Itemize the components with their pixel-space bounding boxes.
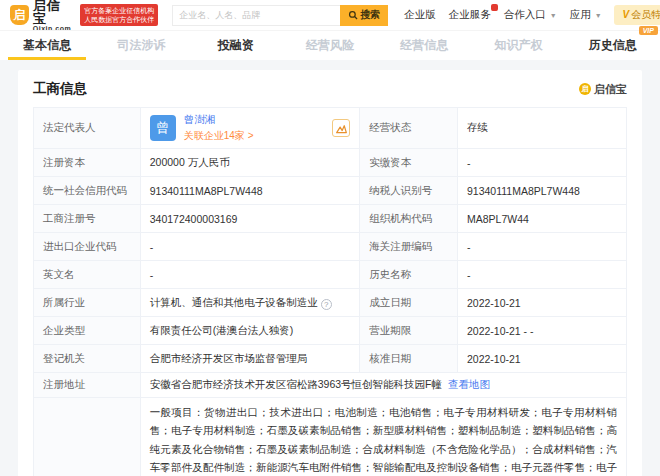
search-icon xyxy=(348,10,358,20)
operating-status-value: 存续 xyxy=(457,108,626,149)
search-button-label: 搜索 xyxy=(360,8,380,22)
english-name-value: - xyxy=(140,261,359,289)
credit-code-value: 91340111MA8PL7W448 xyxy=(140,177,359,205)
vip-privileges-label: 会员特权 xyxy=(631,9,660,20)
table-row: 英文名 - 历史名称 - xyxy=(34,261,627,289)
customs-code-label: 海关注册编码 xyxy=(360,233,458,261)
english-name-label: 英文名 xyxy=(34,261,141,289)
section-tabs: 基本信息 司法涉诉 投融资 经营风险 经营信息 知识产权 历史信息 VIP xyxy=(0,30,660,60)
business-registration-table: 法定代表人 曾 曾澍湘 关联企业14家 > xyxy=(33,107,627,476)
company-type-label: 企业类型 xyxy=(34,317,141,345)
establish-date-label: 成立日期 xyxy=(360,289,458,317)
registration-number-label: 工商注册号 xyxy=(34,205,141,233)
business-scope-value: 一般项目：货物进出口；技术进出口；电池制造；电池销售；电子专用材料研发；电子专用… xyxy=(150,403,617,476)
nav-enterprise-services-label: 企业服务 xyxy=(449,8,491,20)
nav-enterprise-services[interactable]: 企业服务 xyxy=(449,8,491,22)
watermark-text: 启信宝 xyxy=(594,82,627,97)
nav-apps-label: 应用 xyxy=(570,8,591,20)
table-row-legal-rep: 法定代表人 曾 曾澍湘 关联企业14家 > xyxy=(34,108,627,149)
business-scope-label: 经营范围 xyxy=(34,398,141,476)
question-circle-icon[interactable]: ? xyxy=(321,299,332,310)
operating-status-label: 经营状态 xyxy=(360,108,458,149)
credit-code-label: 统一社会信用代码 xyxy=(34,177,141,205)
logo-name: 启信宝 xyxy=(33,0,73,25)
business-term-label: 营业期限 xyxy=(360,317,458,345)
watermark-shield-icon: 启 xyxy=(579,83,591,95)
official-certification-badge: 官方备案企业征信机构 人民数据官方合作伙伴 xyxy=(80,4,158,26)
registered-capital-value: 200000 万人民币 xyxy=(140,149,359,177)
legal-rep-label: 法定代表人 xyxy=(34,108,141,149)
gov-badge-line2: 人民数据官方合作伙伴 xyxy=(84,15,154,24)
table-row: 统一社会信用代码 91340111MA8PL7W448 纳税人识别号 91340… xyxy=(34,177,627,205)
import-export-code-value: - xyxy=(140,233,359,261)
main-content: 工商信息 启 启信宝 法定代表人 曾 曾澍湘 关联企业14家 > xyxy=(0,60,660,476)
paid-in-capital-value: - xyxy=(457,149,626,177)
taxpayer-id-label: 纳税人识别号 xyxy=(360,177,458,205)
table-row: 工商注册号 340172400003169 组织机构代码 MA8PL7W44 xyxy=(34,205,627,233)
industry-value: 计算机、通信和其他电子设备制造业 xyxy=(150,296,318,308)
new-badge-icon xyxy=(491,4,498,11)
relation-graph-icon[interactable] xyxy=(332,119,350,137)
header-nav: 企业版 企业服务 合作入口 ▼ 应用 ▼ xyxy=(404,8,601,22)
former-name-value: - xyxy=(457,261,626,289)
tab-operating-info[interactable]: 经营信息 xyxy=(377,31,471,60)
nav-partner-entry-label: 合作入口 xyxy=(504,8,546,20)
search-button[interactable]: 搜索 xyxy=(340,5,388,26)
table-row: 企业类型 有限责任公司(港澳台法人独资) 营业期限 2022-10-21 - - xyxy=(34,317,627,345)
table-row-address: 注册地址 安徽省合肥市经济技术开发区宿松路3963号恒创智能科技园F幢查看地图 xyxy=(34,373,627,398)
search-bar: 搜索 xyxy=(172,5,388,26)
registration-authority-label: 登记机关 xyxy=(34,345,141,373)
paid-in-capital-label: 实缴资本 xyxy=(360,149,458,177)
tab-history-info[interactable]: 历史信息 xyxy=(566,31,660,60)
related-companies-link[interactable]: 关联企业14家 > xyxy=(184,129,324,143)
vip-privileges-button[interactable]: V会员特权 xyxy=(614,5,660,25)
table-row: 登记机关 合肥市经济开发区市场监督管理局 核准日期 2022-10-21 xyxy=(34,345,627,373)
nav-enterprise-edition[interactable]: 企业版 xyxy=(404,8,436,22)
industry-label: 所属行业 xyxy=(34,289,141,317)
legal-rep-avatar[interactable]: 曾 xyxy=(150,115,176,141)
top-header: 启 启信宝 Qixin.com 官方备案企业征信机构 人民数据官方合作伙伴 搜索… xyxy=(0,0,660,30)
section-title: 工商信息 xyxy=(33,80,87,98)
nav-partner-entry[interactable]: 合作入口 ▼ xyxy=(504,8,557,22)
table-row: 注册资本 200000 万人民币 实缴资本 - xyxy=(34,149,627,177)
table-row: 进出口企业代码 - 海关注册编码 - xyxy=(34,233,627,261)
legal-rep-name-link[interactable]: 曾澍湘 xyxy=(184,113,324,127)
view-map-link[interactable]: 查看地图 xyxy=(448,378,490,390)
tab-investment-financing[interactable]: 投融资 xyxy=(189,31,283,60)
vip-v-icon: V xyxy=(623,9,630,20)
import-export-code-label: 进出口企业代码 xyxy=(34,233,141,261)
chevron-down-icon: ▼ xyxy=(550,12,557,19)
tab-basic-info[interactable]: 基本信息 xyxy=(0,31,94,60)
qixin-watermark: 启 启信宝 xyxy=(579,82,627,97)
shield-logo-icon: 启 xyxy=(10,5,29,25)
registered-address-label: 注册地址 xyxy=(34,373,141,398)
registered-address-value: 安徽省合肥市经济技术开发区宿松路3963号恒创智能科技园F幢 xyxy=(150,378,442,390)
table-row-scope: 经营范围 一般项目：货物进出口；技术进出口；电池制造；电池销售；电子专用材料研发… xyxy=(34,398,627,476)
establish-date-value: 2022-10-21 xyxy=(457,289,626,317)
former-name-label: 历史名称 xyxy=(360,261,458,289)
org-code-label: 组织机构代码 xyxy=(360,205,458,233)
customs-code-value: - xyxy=(457,233,626,261)
nav-apps[interactable]: 应用 ▼ xyxy=(570,8,602,22)
registered-capital-label: 注册资本 xyxy=(34,149,141,177)
business-info-card: 工商信息 启 启信宝 法定代表人 曾 曾澍湘 关联企业14家 > xyxy=(18,70,642,476)
gov-badge-line1: 官方备案企业征信机构 xyxy=(84,6,154,15)
registration-number-value: 340172400003169 xyxy=(140,205,359,233)
company-type-value: 有限责任公司(港澳台法人独资) xyxy=(140,317,359,345)
approval-date-label: 核准日期 xyxy=(360,345,458,373)
vip-badge: VIP xyxy=(639,26,658,35)
registration-authority-value: 合肥市经济开发区市场监督管理局 xyxy=(140,345,359,373)
business-term-value: 2022-10-21 - - xyxy=(457,317,626,345)
approval-date-value: 2022-10-21 xyxy=(457,345,626,373)
qixin-logo[interactable]: 启 启信宝 Qixin.com xyxy=(10,0,72,32)
search-input[interactable] xyxy=(172,5,340,26)
chevron-down-icon: ▼ xyxy=(595,12,602,19)
tab-intellectual-property[interactable]: 知识产权 xyxy=(471,31,565,60)
tab-operating-risk[interactable]: 经营风险 xyxy=(283,31,377,60)
org-code-value: MA8PL7W44 xyxy=(457,205,626,233)
tab-judicial-litigation[interactable]: 司法涉诉 xyxy=(94,31,188,60)
taxpayer-id-value: 91340111MA8PL7W448 xyxy=(457,177,626,205)
table-row: 所属行业 计算机、通信和其他电子设备制造业? 成立日期 2022-10-21 xyxy=(34,289,627,317)
